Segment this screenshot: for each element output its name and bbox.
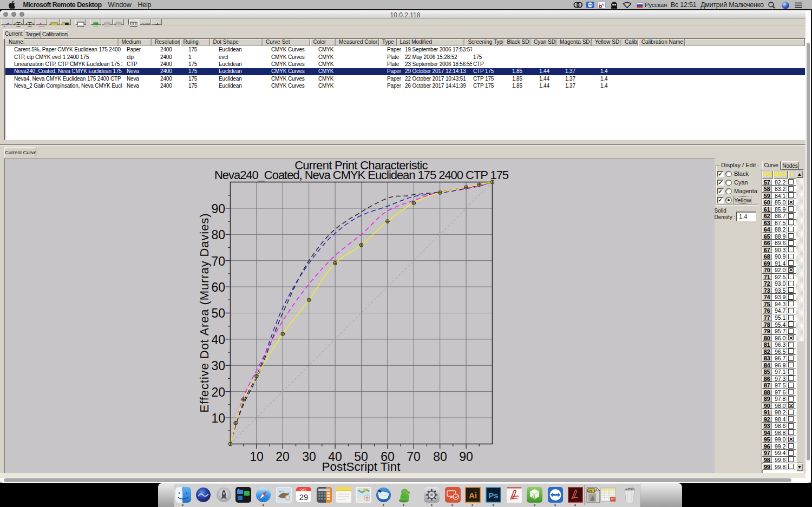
svg-text:Ps: Ps (488, 491, 498, 500)
svg-text:Ai: Ai (469, 491, 477, 500)
svg-text:29: 29 (299, 492, 309, 502)
svg-text:EPS 8: EPS 8 (587, 490, 595, 493)
svg-text:G: G (532, 495, 535, 499)
svg-text:ОКТ.: ОКТ. (300, 488, 307, 491)
